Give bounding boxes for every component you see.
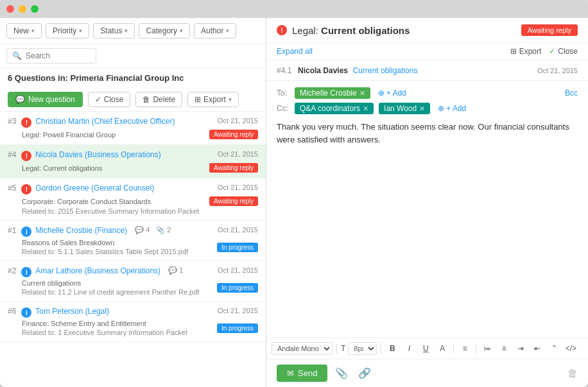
q-name-3: Christian Martin (Chief Executive Office…: [35, 117, 175, 126]
q-attachments-1: 📎 2: [156, 226, 171, 234]
expand-all-btn[interactable]: Expand all: [277, 47, 313, 56]
msg-subject: Current obligations: [353, 66, 418, 75]
question-item-2[interactable]: #2 i Amar Lathore (Business Operations) …: [0, 261, 266, 302]
compose-cc-row: Cc: Q&A coordinators ✕ Ian Wood ✕ ⊕ + Ad…: [277, 103, 578, 114]
align-btn[interactable]: ≡: [458, 341, 472, 356]
q-num-6: #6: [8, 307, 16, 316]
author-chevron-icon: ▾: [226, 28, 229, 34]
close-check-icon: ✓: [549, 47, 555, 56]
right-actions: Awaiting reply: [521, 24, 578, 36]
to-tag-close-icon[interactable]: ✕: [359, 89, 365, 98]
delete-button[interactable]: 🗑 Delete: [135, 92, 182, 107]
q-num-5: #5: [8, 184, 16, 193]
cc-tag-qa-close-icon[interactable]: ✕: [363, 105, 368, 113]
underline-btn[interactable]: U: [419, 341, 433, 356]
bold-btn[interactable]: B: [385, 341, 399, 356]
q-name-6: Tom Peterson (Legal): [35, 307, 109, 316]
to-label: To:: [277, 89, 290, 98]
ol-btn[interactable]: ≔: [480, 341, 494, 356]
new-chevron-icon: ▾: [31, 28, 35, 34]
editor-toolbar: Andale Mono T 8px B I U A ≡ ≔ ≡ ⇥ ⇤ ": [266, 338, 588, 359]
q-num-1: #1: [8, 226, 16, 235]
question-item-5[interactable]: #5 ! Gordon Greene (General Counsel) Oct…: [0, 178, 266, 221]
q-icon-2: i: [21, 267, 31, 277]
compose-body[interactable]: Thank you very much. The situation seems…: [277, 118, 578, 331]
right-alert-icon: !: [277, 25, 287, 35]
question-item-4[interactable]: #4 ! Nicola Davies (Business Operations)…: [0, 145, 266, 178]
q-badge-1: In progress: [217, 243, 258, 252]
category-filter-btn[interactable]: Category ▾: [139, 23, 190, 39]
export-chevron-icon: ▾: [229, 96, 232, 103]
minimize-btn[interactable]: [19, 5, 26, 13]
attach-icon[interactable]: 📎: [333, 366, 350, 381]
question-item-1[interactable]: #1 i Michelle Crosbie (Finance) 💬 4 📎 2 …: [0, 221, 266, 261]
blockquote-btn[interactable]: ": [547, 341, 561, 356]
right-subheader: Expand all ⊞ Export ✓ Close: [266, 43, 588, 60]
export-btn[interactable]: ⊞ Export: [510, 47, 542, 56]
q-date-4: Oct 21, 2015: [218, 150, 258, 158]
close-q-btn[interactable]: ✓ Close: [549, 47, 578, 56]
toolbar-sep-2: [381, 343, 381, 354]
q-sub-1: Reasons of Sales Breakdown: [22, 239, 188, 246]
link-icon[interactable]: 🔗: [356, 366, 374, 381]
q-sub-6: Finance: Scheme Entry and Entitlement: [22, 320, 187, 327]
q-num-2: #2: [8, 266, 16, 275]
font-select[interactable]: Andale Mono: [272, 342, 333, 355]
new-filter-btn[interactable]: New ▾: [6, 23, 42, 39]
question-item-6[interactable]: #6 i Tom Peterson (Legal) Oct 21, 2015 F…: [0, 302, 266, 342]
send-button[interactable]: ✉ Send: [277, 365, 327, 382]
search-input[interactable]: [26, 51, 91, 60]
color-btn[interactable]: A: [435, 341, 449, 356]
status-filter-btn[interactable]: Status ▾: [93, 23, 135, 39]
cc-add-plus-icon: ⊕: [438, 104, 444, 113]
search-icon: 🔍: [12, 51, 22, 60]
trash-icon[interactable]: 🗑: [567, 368, 578, 379]
cc-add-btn[interactable]: ⊕ + Add: [435, 103, 469, 114]
q-date-6: Oct 21, 2015: [218, 307, 258, 314]
size-select[interactable]: 8px: [348, 342, 377, 355]
q-badge-4: Awaiting reply: [209, 163, 258, 173]
close-button[interactable]: ✓ Close: [88, 92, 131, 107]
awaiting-badge[interactable]: Awaiting reply: [521, 24, 578, 36]
priority-filter-btn[interactable]: Priority ▾: [46, 23, 89, 39]
question-item-3[interactable]: #3 ! Christian Martin (Chief Executive O…: [0, 112, 266, 145]
q-badge-6: In progress: [217, 323, 258, 333]
to-add-plus-icon: ⊕: [378, 89, 385, 98]
ul-btn[interactable]: ≡: [497, 341, 511, 356]
export-button[interactable]: ⊞ Export ▾: [187, 92, 239, 107]
q-sub-3: Legal: Powell Financial Group: [22, 131, 116, 139]
author-filter-btn[interactable]: Author ▾: [194, 23, 236, 39]
close-btn[interactable]: [6, 5, 14, 13]
source-btn[interactable]: </>: [564, 341, 578, 356]
maximize-btn[interactable]: [31, 5, 39, 13]
new-question-button[interactable]: 💬 New question: [8, 92, 83, 107]
q-icon-6: i: [21, 307, 31, 318]
q-date-5: Oct 21, 2015: [218, 184, 258, 191]
send-row: ✉ Send 📎 🔗 🗑: [266, 359, 588, 387]
outdent-btn[interactable]: ⇤: [530, 341, 544, 356]
q-related-1: Related to: 5.1.1 Sales Statistics Table…: [22, 248, 188, 255]
q-badge-5: Awaiting reply: [209, 196, 258, 206]
q-date-1: Oct 21, 2015: [218, 226, 258, 234]
group-header: 6 Questions in: Primeria Financial Group…: [0, 68, 266, 88]
search-bar: 🔍: [0, 44, 266, 68]
to-add-btn[interactable]: ⊕ + Add: [376, 87, 409, 99]
bcc-btn[interactable]: Bcc: [565, 89, 578, 98]
indent-btn[interactable]: ⇥: [514, 341, 528, 356]
q-icon-4: !: [21, 151, 31, 161]
status-chevron-icon: ▾: [125, 28, 128, 34]
font-size-T-icon: T: [341, 344, 345, 353]
cc-tag-ian-close-icon[interactable]: ✕: [419, 105, 425, 113]
left-panel: New ▾ Priority ▾ Status ▾ Category ▾ Aut…: [0, 18, 266, 387]
italic-btn[interactable]: I: [402, 341, 416, 356]
q-date-2: Oct 21, 2015: [218, 266, 258, 274]
toolbar-sep-4: [476, 343, 476, 354]
q-badge-3: Awaiting reply: [209, 130, 258, 139]
questions-list: #3 ! Christian Martin (Chief Executive O…: [0, 112, 266, 387]
search-wrap: 🔍: [6, 48, 96, 64]
q-badge-2: In progress: [217, 283, 258, 293]
export-icon: ⊞: [195, 95, 201, 104]
cc-label: Cc:: [277, 104, 290, 113]
q-comments-1: 💬 4: [135, 226, 150, 234]
right-title-text: Legal: Current obligations: [292, 25, 410, 36]
